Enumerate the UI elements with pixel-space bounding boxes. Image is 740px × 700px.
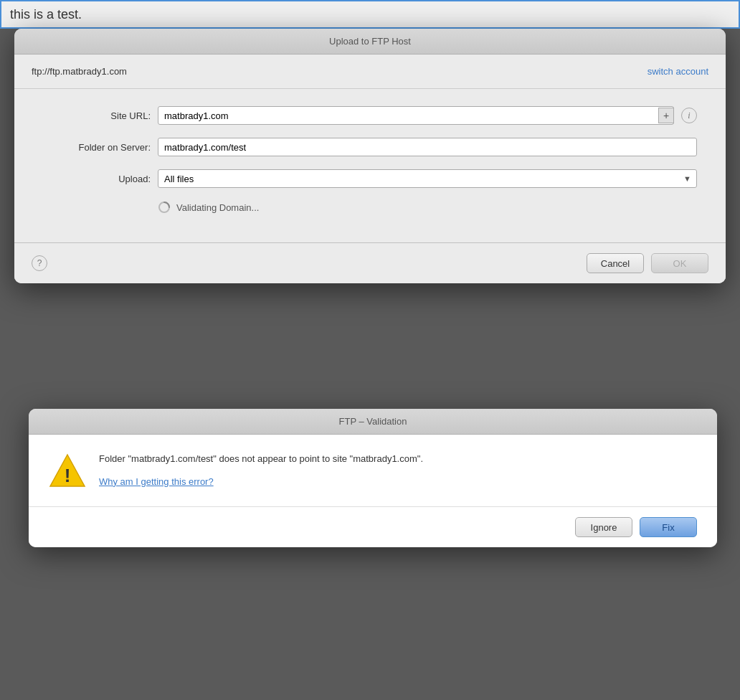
upload-dialog: Upload to FTP Host ftp://ftp.matbrady1.c… — [14, 29, 726, 283]
ftp-header: ftp://ftp.matbrady1.com switch account — [14, 55, 726, 89]
validation-text-block: Folder "matbrady1.com/test" does not app… — [99, 452, 423, 487]
info-icon-button[interactable]: i — [681, 108, 697, 123]
dialog-titlebar: Upload to FTP Host — [14, 29, 726, 55]
validation-error-message: Folder "matbrady1.com/test" does not app… — [99, 453, 423, 464]
folder-row: Folder on Server: — [43, 138, 697, 156]
help-icon: ? — [37, 258, 42, 268]
upload-label: Upload: — [43, 174, 158, 184]
switch-account-link[interactable]: switch account — [648, 66, 708, 77]
button-row: ? Cancel OK — [14, 243, 726, 283]
site-url-wrapper: + — [158, 106, 674, 125]
background-text-area: this is a test. — [0, 0, 740, 29]
folder-label: Folder on Server: — [43, 142, 158, 153]
validation-title: FTP – Validation — [339, 416, 407, 427]
spinner-icon — [158, 201, 171, 214]
site-url-row: Site URL: + i — [43, 106, 697, 125]
help-button[interactable]: ? — [32, 255, 47, 271]
folder-input[interactable] — [158, 138, 697, 156]
ignore-button[interactable]: Ignore — [575, 517, 632, 537]
form-area: Site URL: + i Folder on Server: Upload: — [14, 89, 726, 235]
plus-button[interactable]: + — [658, 108, 674, 123]
dialog-title: Upload to FTP Host — [329, 36, 411, 47]
plus-icon: + — [663, 110, 669, 121]
upload-row: Upload: All files Changed files only New… — [43, 169, 697, 188]
fix-button[interactable]: Fix — [640, 517, 697, 537]
upload-select-wrapper: All files Changed files only New files o… — [158, 169, 697, 188]
ftp-url: ftp://ftp.matbrady1.com — [32, 66, 127, 77]
validation-titlebar: FTP – Validation — [29, 409, 717, 435]
dialog-body: ftp://ftp.matbrady1.com switch account S… — [14, 55, 726, 283]
validating-row: Validating Domain... — [43, 201, 697, 214]
site-url-label: Site URL: — [43, 110, 158, 121]
cancel-button[interactable]: Cancel — [587, 253, 644, 273]
validation-dialog: FTP – Validation ! Folder "matbrady1.com… — [29, 409, 717, 547]
validation-button-row: Ignore Fix — [49, 507, 697, 547]
ok-button[interactable]: OK — [651, 253, 708, 273]
validating-text: Validating Domain... — [176, 202, 259, 213]
site-url-input[interactable] — [158, 106, 674, 125]
warning-icon: ! — [49, 452, 86, 492]
validation-body: ! Folder "matbrady1.com/test" does not a… — [29, 435, 717, 547]
action-buttons: Cancel OK — [587, 253, 708, 273]
validation-content: ! Folder "matbrady1.com/test" does not a… — [49, 452, 697, 492]
upload-select[interactable]: All files Changed files only New files o… — [158, 169, 697, 188]
error-help-link[interactable]: Why am I getting this error? — [99, 476, 423, 487]
background-text: this is a test. — [10, 7, 82, 22]
svg-text:!: ! — [65, 465, 71, 486]
info-icon: i — [688, 110, 690, 121]
